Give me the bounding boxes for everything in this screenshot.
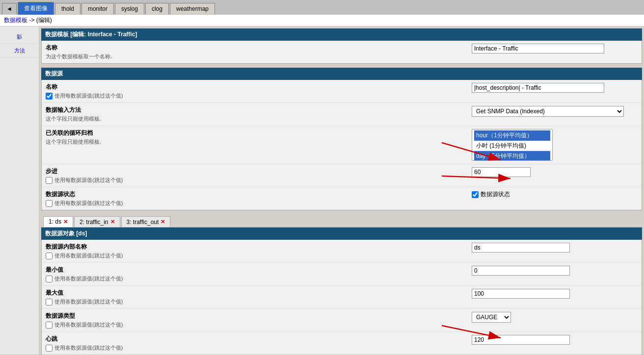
breadcrumb: 数据模板 -> (编辑) xyxy=(0,15,644,26)
section-header-template: 数据模板 [编辑: Interface - Traffic] xyxy=(41,28,642,41)
ds-tab-2-label: 2: traffic_in xyxy=(80,219,108,226)
ds-internal-name-checkbox-label: 使用各数据源值(跳过这个值) xyxy=(54,252,123,259)
tab-weathermap[interactable]: weathermap xyxy=(170,3,215,14)
template-name-input[interactable] xyxy=(472,44,604,53)
ds-internal-name-input[interactable] xyxy=(472,243,570,253)
sidebar: 影 方法 xyxy=(0,26,39,355)
rrd-listbox[interactable]: hour（1分钟平均值） 小时 (1分钟平均值) day（5分钟平均值） 天 (… xyxy=(472,129,553,161)
section-body-template: 名称 为这个数据模板取一个名称. xyxy=(41,41,642,64)
ds-max-value-col xyxy=(472,289,638,299)
ds-internal-name-checkbox[interactable] xyxy=(46,253,53,259)
step-checkbox-label: 使用每数据源值(跳过这个值) xyxy=(54,177,123,184)
source-name-label: 名称 xyxy=(46,83,468,91)
source-name-checkbox[interactable] xyxy=(46,93,53,100)
ds-tab-2-close[interactable]: ✕ xyxy=(110,219,115,225)
section-body-source: 名称 使用每数据源值(跳过这个值) 数据输入方法 这个字段只能使用模板. xyxy=(41,80,642,210)
ds-heartbeat-value-col xyxy=(472,335,638,345)
ds-min-checkbox[interactable] xyxy=(46,276,53,282)
ds-min-label: 最小值 xyxy=(46,266,468,274)
ds-type-checkbox[interactable] xyxy=(46,322,53,329)
rrd-row: 已关联的循环归档 这个字段只能使用模板. hour（1分钟平均值） 小时 (1分… xyxy=(42,126,642,164)
step-checkbox[interactable] xyxy=(46,177,53,184)
status-checked-label: 数据源状态 xyxy=(472,190,510,199)
ds-type-sublabel: 使用各数据源值(跳过这个值) xyxy=(46,321,468,329)
status-enabled-checkbox[interactable] xyxy=(472,191,479,198)
ds-min-checkbox-label: 使用各数据源值(跳过这个值) xyxy=(54,275,123,282)
ds-heartbeat-label-col: 心跳 使用各数据源值(跳过这个值) xyxy=(46,335,468,352)
ds-type-select[interactable]: GAUGE COUNTER DERIVE ABSOLUTE xyxy=(472,312,511,323)
sidebar-item-1[interactable]: 影 xyxy=(0,30,39,44)
ds-tab-3[interactable]: 3: traffic_out ✕ xyxy=(121,216,171,227)
input-method-label-col: 数据输入方法 这个字段只能使用模板. xyxy=(46,106,468,123)
ds-max-input[interactable] xyxy=(472,289,570,299)
step-sublabel: 使用每数据源值(跳过这个值) xyxy=(46,177,468,184)
rrd-label-col: 已关联的循环归档 这个字段只能使用模板. xyxy=(46,129,468,146)
ds-internal-name-label-col: 数据源内部名称 使用各数据源值(跳过这个值) xyxy=(46,243,468,259)
field-name-value-col xyxy=(472,44,638,53)
status-checkbox[interactable] xyxy=(46,200,53,207)
source-name-row: 名称 使用每数据源值(跳过这个值) xyxy=(42,80,642,103)
source-name-input[interactable] xyxy=(472,83,604,93)
ds-heartbeat-label: 心跳 xyxy=(46,335,468,343)
ds-tab-1-close[interactable]: ✕ xyxy=(63,219,68,225)
rrd-option-2: 小时 (1分钟平均值) xyxy=(474,141,550,151)
step-row: 步进 使用每数据源值(跳过这个值) xyxy=(42,164,642,187)
content-area: 数据模板 [编辑: Interface - Traffic] 名称 为这个数据模… xyxy=(39,26,644,355)
breadcrumb-current: (编辑) xyxy=(36,17,52,24)
ds-max-sublabel: 使用各数据源值(跳过这个值) xyxy=(46,298,468,305)
input-method-select[interactable]: Get SNMP Data (Indexed) xyxy=(472,106,624,117)
rrd-option-3: day（5分钟平均值） xyxy=(474,151,550,161)
ds-max-label: 最大值 xyxy=(46,289,468,297)
sidebar-item-2[interactable]: 方法 xyxy=(0,44,39,58)
ds-tab-2[interactable]: 2: traffic_in ✕ xyxy=(74,216,120,227)
input-method-value-col: Get SNMP Data (Indexed) xyxy=(472,106,638,117)
ds-max-checkbox[interactable] xyxy=(46,299,53,305)
ds-heartbeat-row: 心跳 使用各数据源值(跳过这个值) xyxy=(42,332,642,355)
ds-tab-1[interactable]: 1: ds ✕ xyxy=(43,216,73,227)
source-name-checkbox-label: 使用每数据源值(跳过这个值) xyxy=(54,92,123,100)
breadcrumb-link[interactable]: 数据模板 xyxy=(4,17,27,24)
source-name-label-col: 名称 使用每数据源值(跳过这个值) xyxy=(46,83,468,100)
ds-type-checkbox-label: 使用各数据源值(跳过这个值) xyxy=(54,321,123,329)
ds-heartbeat-checkbox-label: 使用各数据源值(跳过这个值) xyxy=(54,344,123,352)
field-name-label-col: 名称 为这个数据模板取一个名称. xyxy=(46,44,468,60)
ds-type-row: 数据源类型 使用各数据源值(跳过这个值) GAUGE COUNTER DERIV… xyxy=(42,309,642,332)
tab-view-image[interactable]: 查看图像 xyxy=(18,2,54,15)
rrd-option-1: hour（1分钟平均值） xyxy=(474,130,550,141)
ds-min-label-col: 最小值 使用各数据源值(跳过这个值) xyxy=(46,266,468,282)
status-label-col: 数据源状态 使用每数据源值(跳过这个值) xyxy=(46,190,468,207)
ds-type-value-col: GAUGE COUNTER DERIVE ABSOLUTE xyxy=(472,312,638,323)
back-tab[interactable]: ◄ xyxy=(2,3,17,14)
ds-heartbeat-input[interactable] xyxy=(472,335,570,345)
ds-min-row: 最小值 使用各数据源值(跳过这个值) xyxy=(42,263,642,286)
ds-max-checkbox-label: 使用各数据源值(跳过这个值) xyxy=(54,298,123,305)
tab-syslog[interactable]: syslog xyxy=(115,3,144,14)
section-header-source: 数据源 xyxy=(41,68,642,80)
step-label-col: 步进 使用每数据源值(跳过这个值) xyxy=(46,167,468,184)
ds-min-sublabel: 使用各数据源值(跳过这个值) xyxy=(46,275,468,282)
source-name-value-col xyxy=(472,83,638,93)
step-label: 步进 xyxy=(46,167,468,176)
ds-tab-3-close[interactable]: ✕ xyxy=(161,219,165,225)
ds-min-input[interactable] xyxy=(472,266,570,276)
ds-min-value-col xyxy=(472,266,638,276)
ds-internal-name-value-col xyxy=(472,243,638,253)
section-ds-object: 数据源对象 [ds] 数据源内部名称 使用各数据源值(跳过这个值) xyxy=(41,228,642,355)
input-method-sublabel: 这个字段只能使用模板. xyxy=(46,115,468,123)
ds-tab-3-label: 3: traffic_out xyxy=(127,219,159,226)
section-data-source: 数据源 名称 使用每数据源值(跳过这个值) xyxy=(41,68,642,210)
ds-type-label: 数据源类型 xyxy=(46,312,468,320)
source-name-sublabel: 使用每数据源值(跳过这个值) xyxy=(46,92,468,100)
rrd-sublabel: 这个字段只能使用模板. xyxy=(46,138,468,146)
tab-monitor[interactable]: monitor xyxy=(81,3,114,14)
ds-heartbeat-checkbox[interactable] xyxy=(46,345,53,352)
ds-internal-name-row: 数据源内部名称 使用各数据源值(跳过这个值) xyxy=(42,240,642,263)
section-data-template: 数据模板 [编辑: Interface - Traffic] 名称 为这个数据模… xyxy=(41,28,642,64)
tab-thold[interactable]: thold xyxy=(55,3,80,14)
step-value-col xyxy=(472,167,638,177)
tab-clog[interactable]: clog xyxy=(145,3,169,14)
ds-internal-name-label: 数据源内部名称 xyxy=(46,243,468,251)
step-input[interactable] xyxy=(472,167,531,177)
ds-type-label-col: 数据源类型 使用各数据源值(跳过这个值) xyxy=(46,312,468,329)
ds-max-row: 最大值 使用各数据源值(跳过这个值) xyxy=(42,286,642,309)
